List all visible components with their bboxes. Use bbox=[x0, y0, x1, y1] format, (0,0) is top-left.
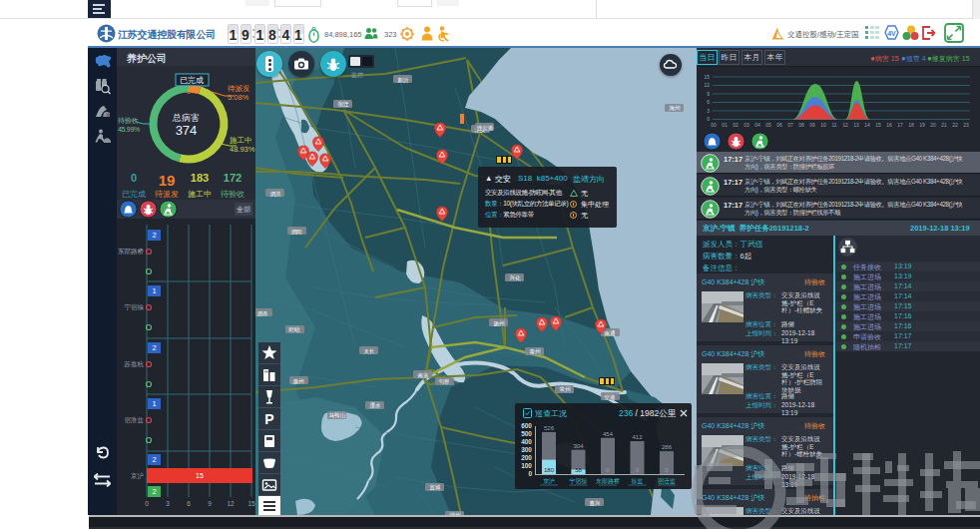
svg-text:马鞍山: 马鞍山 bbox=[329, 412, 346, 418]
svg-text:连云港: 连云港 bbox=[477, 125, 494, 132]
svg-text:空港: 空港 bbox=[605, 394, 617, 401]
svg-text:2: 2 bbox=[152, 231, 156, 240]
svg-text:08: 08 bbox=[798, 122, 804, 128]
svg-text:180: 180 bbox=[544, 467, 555, 473]
svg-text:2: 2 bbox=[152, 343, 156, 352]
svg-text:京沪: 京沪 bbox=[543, 477, 555, 484]
svg-text:500: 500 bbox=[521, 430, 532, 437]
svg-text:滁州: 滁州 bbox=[292, 378, 305, 385]
svg-text:526: 526 bbox=[544, 425, 555, 431]
svg-text:00: 00 bbox=[711, 122, 717, 128]
svg-text:04: 04 bbox=[754, 122, 760, 128]
svg-text:19: 19 bbox=[919, 122, 925, 128]
svg-text:412: 412 bbox=[632, 434, 643, 440]
svg-text:京沪: 京沪 bbox=[131, 472, 144, 480]
svg-text:21: 21 bbox=[941, 122, 947, 128]
svg-text:已完成: 已完成 bbox=[180, 76, 204, 85]
svg-text:300: 300 bbox=[521, 446, 532, 453]
svg-text:徐监: 徐监 bbox=[632, 478, 644, 485]
svg-text:03: 03 bbox=[743, 122, 749, 128]
svg-text:304: 304 bbox=[573, 443, 584, 449]
svg-text:600: 600 bbox=[521, 422, 532, 429]
svg-text:23: 23 bbox=[963, 122, 969, 128]
svg-text:扬州: 扬州 bbox=[494, 320, 506, 327]
svg-text:02: 02 bbox=[733, 122, 738, 128]
svg-text:100: 100 bbox=[521, 462, 532, 469]
svg-text:东部路桥: 东部路桥 bbox=[118, 248, 145, 256]
svg-text:0: 0 bbox=[145, 500, 149, 507]
svg-text:0: 0 bbox=[528, 470, 532, 477]
svg-text:嘉兴: 嘉兴 bbox=[590, 500, 602, 507]
svg-text:宿淮盐: 宿淮盐 bbox=[125, 416, 145, 424]
svg-text:天长: 天长 bbox=[364, 348, 376, 354]
svg-text:总病害: 总病害 bbox=[172, 113, 200, 123]
svg-text:东部路桥: 东部路桥 bbox=[596, 477, 620, 485]
svg-text:4V: 4V bbox=[887, 30, 896, 37]
svg-text:58: 58 bbox=[575, 467, 582, 473]
svg-text:17: 17 bbox=[897, 122, 903, 128]
svg-text:9: 9 bbox=[208, 500, 212, 507]
svg-text:宁宿徐: 宁宿徐 bbox=[570, 477, 588, 485]
svg-text:15: 15 bbox=[196, 472, 204, 479]
svg-text:16: 16 bbox=[886, 122, 892, 128]
svg-text:06: 06 bbox=[776, 122, 782, 128]
svg-text:P: P bbox=[264, 411, 273, 427]
svg-text:07: 07 bbox=[787, 122, 793, 128]
svg-text:11: 11 bbox=[831, 122, 836, 128]
svg-text:10: 10 bbox=[820, 122, 826, 128]
svg-text:14: 14 bbox=[864, 122, 870, 128]
svg-text:12: 12 bbox=[842, 122, 848, 128]
svg-text:01: 01 bbox=[722, 122, 728, 128]
svg-text:泰州: 泰州 bbox=[530, 348, 542, 354]
svg-text:常州: 常州 bbox=[560, 386, 572, 392]
svg-text:9: 9 bbox=[707, 91, 710, 97]
svg-text:12: 12 bbox=[704, 82, 710, 88]
svg-text:宿迁监: 宿迁监 bbox=[658, 477, 676, 485]
svg-text:15: 15 bbox=[247, 500, 255, 507]
svg-text:286: 286 bbox=[662, 444, 673, 450]
svg-text:22: 22 bbox=[952, 122, 958, 128]
svg-text:3: 3 bbox=[707, 108, 710, 114]
svg-text:454: 454 bbox=[603, 431, 614, 437]
svg-text:200: 200 bbox=[521, 454, 532, 461]
svg-text:400: 400 bbox=[521, 438, 532, 445]
svg-text:20: 20 bbox=[930, 122, 936, 128]
svg-text:12: 12 bbox=[227, 500, 235, 507]
svg-text:2: 2 bbox=[152, 455, 156, 464]
svg-text:泗阳: 泗阳 bbox=[291, 229, 302, 236]
svg-text:溧水: 溧水 bbox=[370, 401, 382, 409]
svg-text:宁宿徐: 宁宿徐 bbox=[125, 303, 145, 311]
svg-text:句容: 句容 bbox=[439, 378, 451, 385]
svg-text:盱眙: 盱眙 bbox=[289, 326, 301, 332]
svg-text:374: 374 bbox=[176, 123, 198, 138]
svg-text:海州: 海州 bbox=[670, 105, 682, 112]
svg-text:6: 6 bbox=[707, 99, 710, 105]
svg-text:05: 05 bbox=[765, 122, 771, 128]
svg-text:1: 1 bbox=[152, 286, 156, 295]
svg-text:15: 15 bbox=[875, 122, 881, 128]
svg-text:苏嘉杭: 苏嘉杭 bbox=[124, 360, 145, 368]
svg-text:0%: 0% bbox=[187, 88, 197, 95]
svg-text:新沂: 新沂 bbox=[398, 77, 410, 84]
svg-text:泗县: 泗县 bbox=[257, 310, 269, 317]
svg-text:兴化: 兴化 bbox=[510, 274, 522, 281]
svg-text:宿迁: 宿迁 bbox=[338, 101, 350, 108]
svg-text:南京: 南京 bbox=[418, 372, 430, 378]
svg-text:金: 金 bbox=[106, 112, 111, 118]
svg-text:2: 2 bbox=[152, 487, 156, 496]
svg-text:0: 0 bbox=[707, 116, 710, 122]
svg-text:13: 13 bbox=[853, 122, 859, 128]
svg-text:18: 18 bbox=[908, 122, 914, 128]
svg-text:南通: 南通 bbox=[605, 329, 617, 336]
svg-text:1: 1 bbox=[152, 399, 156, 408]
svg-text:09: 09 bbox=[809, 122, 815, 128]
svg-text:15: 15 bbox=[704, 74, 710, 80]
svg-text:3: 3 bbox=[166, 500, 170, 507]
svg-text:宣城: 宣城 bbox=[430, 484, 442, 490]
svg-text:6: 6 bbox=[187, 500, 191, 507]
svg-text:泗洪: 泗洪 bbox=[270, 191, 282, 198]
